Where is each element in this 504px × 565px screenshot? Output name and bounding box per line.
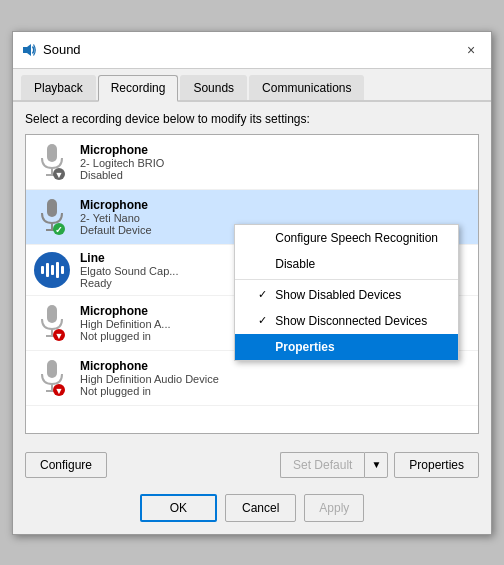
description-text: Select a recording device below to modif…: [25, 112, 479, 126]
device-item-0[interactable]: ▼ Microphone 2- Logitech BRIO Disabled: [26, 135, 478, 190]
ctx-properties[interactable]: Properties: [235, 334, 458, 360]
ctx-label-0: Configure Speech Recognition: [275, 231, 438, 245]
ctx-show-disconnected[interactable]: ✓ Show Disconnected Devices: [235, 308, 458, 334]
ok-button[interactable]: OK: [140, 494, 217, 522]
wave-bars: [41, 262, 64, 278]
device-icon-1: ✓: [34, 196, 70, 238]
svg-rect-16: [47, 360, 57, 378]
tab-bar: Playback Recording Sounds Communications: [13, 69, 491, 102]
title-bar-left: Sound: [21, 42, 81, 58]
ctx-label-1: Disable: [275, 257, 315, 271]
device-icon-4: ▼: [34, 357, 70, 399]
device-info-4: Microphone High Definition Audio Device …: [80, 359, 470, 397]
set-default-arrow[interactable]: ▼: [364, 452, 388, 478]
apply-button[interactable]: Apply: [304, 494, 364, 522]
mic-svg-3: ▼: [37, 303, 67, 343]
device-list-container: ▼ Microphone 2- Logitech BRIO Disabled: [25, 134, 479, 434]
svg-text:▼: ▼: [55, 386, 64, 396]
svg-text:✓: ✓: [55, 225, 63, 235]
svg-marker-0: [23, 44, 31, 56]
device-name-4: Microphone: [80, 359, 470, 373]
action-buttons: Configure Set Default ▼ Properties: [13, 444, 491, 488]
svg-rect-7: [51, 223, 53, 229]
configure-button[interactable]: Configure: [25, 452, 107, 478]
tab-communications[interactable]: Communications: [249, 75, 364, 100]
properties-button[interactable]: Properties: [394, 452, 479, 478]
device-status-4: Not plugged in: [80, 385, 470, 397]
device-status-0: Disabled: [80, 169, 470, 181]
context-menu: Configure Speech Recognition Disable ✓ S…: [234, 224, 459, 361]
title-bar: Sound ×: [13, 32, 491, 69]
tab-sounds[interactable]: Sounds: [180, 75, 247, 100]
window-title: Sound: [43, 42, 81, 57]
ctx-label-4: Properties: [275, 340, 334, 354]
mic-svg-4: ▼: [37, 358, 67, 398]
svg-rect-1: [47, 144, 57, 162]
ctx-divider: [235, 279, 458, 280]
ctx-check-3: ✓: [255, 314, 269, 327]
sound-icon: [21, 42, 37, 58]
tab-playback[interactable]: Playback: [21, 75, 96, 100]
ctx-label-3: Show Disconnected Devices: [275, 314, 427, 328]
svg-rect-6: [47, 199, 57, 217]
cancel-button[interactable]: Cancel: [225, 494, 296, 522]
wave-icon-2: [34, 252, 70, 288]
device-sub-1: 2- Yeti Nano: [80, 212, 470, 224]
svg-text:▼: ▼: [55, 170, 64, 180]
device-name-1: Microphone: [80, 198, 470, 212]
sound-dialog: Sound × Playback Recording Sounds Commun…: [12, 31, 492, 535]
ctx-disable[interactable]: Disable: [235, 251, 458, 277]
svg-rect-17: [51, 384, 53, 390]
mic-svg-0: ▼: [37, 142, 67, 182]
svg-rect-12: [51, 329, 53, 335]
content-area: Select a recording device below to modif…: [13, 102, 491, 444]
close-button[interactable]: ×: [459, 38, 483, 62]
device-icon-3: ▼: [34, 302, 70, 344]
svg-rect-11: [47, 305, 57, 323]
svg-text:▼: ▼: [55, 331, 64, 341]
set-default-button[interactable]: Set Default: [280, 452, 364, 478]
device-sub-4: High Definition Audio Device: [80, 373, 470, 385]
ctx-check-2: ✓: [255, 288, 269, 301]
device-info-0: Microphone 2- Logitech BRIO Disabled: [80, 143, 470, 181]
ctx-label-2: Show Disabled Devices: [275, 288, 401, 302]
device-sub-0: 2- Logitech BRIO: [80, 157, 470, 169]
svg-rect-2: [51, 168, 53, 174]
device-icon-0: ▼: [34, 141, 70, 183]
ctx-show-disabled[interactable]: ✓ Show Disabled Devices: [235, 282, 458, 308]
set-default-group: Set Default ▼: [280, 452, 388, 478]
ctx-configure-speech[interactable]: Configure Speech Recognition: [235, 225, 458, 251]
tab-recording[interactable]: Recording: [98, 75, 179, 102]
device-name-0: Microphone: [80, 143, 470, 157]
dialog-footer: OK Cancel Apply: [13, 488, 491, 534]
mic-svg-1: ✓: [37, 197, 67, 237]
